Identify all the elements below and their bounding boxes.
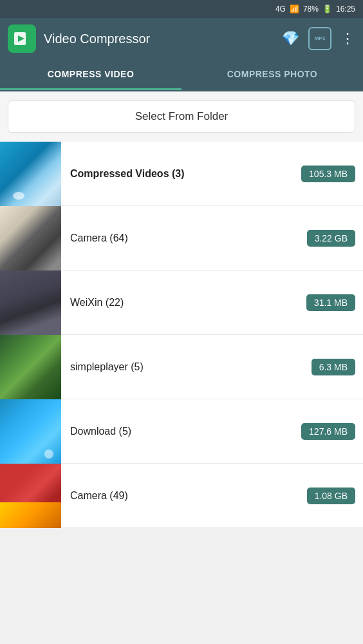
- folder-name: Camera (64): [70, 232, 128, 243]
- folder-name: WeiXin (22): [70, 297, 124, 308]
- app-logo: [8, 24, 36, 53]
- more-options-icon[interactable]: ⋮: [340, 30, 355, 47]
- folder-name: Download (5): [70, 426, 131, 437]
- thumbnail: [0, 142, 61, 206]
- folder-name: simpleplayer (5): [70, 361, 144, 372]
- mp3-convert-icon[interactable]: MP3: [308, 27, 331, 50]
- folder-size: 6.3 MB: [312, 359, 355, 375]
- folder-size: 1.08 GB: [307, 488, 355, 504]
- folder-name: Camera (49): [70, 490, 128, 501]
- gem-icon[interactable]: 💎: [282, 30, 299, 47]
- list-item[interactable]: WeiXin (22) 31.1 MB: [0, 270, 363, 335]
- list-item[interactable]: Camera (49) 1.08 GB: [0, 464, 363, 528]
- item-info: Camera (49): [61, 490, 307, 502]
- item-info: Camera (64): [61, 232, 307, 244]
- list-item[interactable]: Camera (64) 3.22 GB: [0, 206, 363, 270]
- item-info: simpleplayer (5): [61, 361, 312, 373]
- list-item[interactable]: simpleplayer (5) 6.3 MB: [0, 335, 363, 399]
- signal-bars: 📶: [290, 5, 299, 14]
- network-indicator: 4G: [275, 5, 286, 14]
- thumbnail: [0, 270, 61, 335]
- folder-size: 127.6 MB: [301, 423, 355, 440]
- bottom-area: [0, 528, 363, 605]
- app-title: Video Compressor: [44, 32, 274, 46]
- item-info: Compressed Videos (3): [61, 168, 301, 180]
- folder-size: 31.1 MB: [306, 294, 355, 311]
- tab-compress-video[interactable]: COMPRESS VIDEO: [0, 59, 182, 90]
- video-folder-list: Compressed Videos (3) 105.3 MB Camera (6…: [0, 142, 363, 528]
- header-icons: 💎 MP3 ⋮: [282, 27, 355, 50]
- clock: 16:25: [336, 5, 355, 14]
- tab-bar: COMPRESS VIDEO COMPRESS PHOTO: [0, 59, 363, 91]
- select-from-folder-button[interactable]: Select From Folder: [8, 100, 355, 133]
- item-info: WeiXin (22): [61, 297, 306, 308]
- battery-icon: 🔋: [322, 5, 332, 14]
- thumbnail: [0, 464, 61, 528]
- select-section: Select From Folder: [0, 91, 363, 142]
- app-header: Video Compressor 💎 MP3 ⋮: [0, 18, 363, 59]
- battery-level: 78%: [303, 5, 319, 14]
- thumbnail: [0, 399, 61, 464]
- thumbnail: [0, 206, 61, 270]
- list-item[interactable]: Download (5) 127.6 MB: [0, 399, 363, 464]
- folder-name: Compressed Videos (3): [70, 168, 185, 179]
- item-info: Download (5): [61, 426, 301, 437]
- list-item[interactable]: Compressed Videos (3) 105.3 MB: [0, 142, 363, 206]
- tab-compress-photo[interactable]: COMPRESS PHOTO: [182, 59, 363, 90]
- status-bar: 4G 📶 78% 🔋 16:25: [0, 0, 363, 18]
- folder-size: 3.22 GB: [307, 230, 355, 247]
- thumbnail: [0, 335, 61, 399]
- folder-size: 105.3 MB: [301, 166, 355, 182]
